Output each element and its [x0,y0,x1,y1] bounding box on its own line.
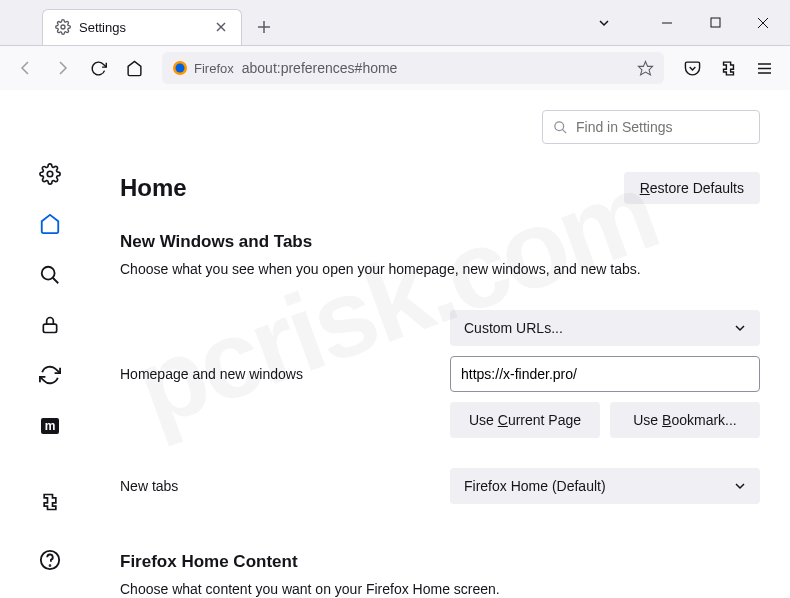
chevron-down-icon [734,322,746,334]
identity-label: Firefox [194,61,234,76]
maximize-button[interactable] [692,3,738,43]
use-bookmark-button[interactable]: Use Bookmark... [610,402,760,438]
newtabs-select-value: Firefox Home (Default) [464,478,606,494]
sidebar-sync[interactable] [32,361,68,389]
section-windows-tabs-desc: Choose what you see when you open your h… [120,260,760,280]
svg-point-15 [47,171,53,177]
sidebar-help[interactable] [32,542,68,578]
svg-point-23 [555,121,564,130]
restore-defaults-button[interactable]: Restore Defaults [624,172,760,204]
forward-button[interactable] [46,52,78,84]
sidebar-home[interactable] [32,210,68,238]
sidebar: m [0,90,100,598]
svg-rect-18 [43,324,56,332]
svg-text:m: m [45,419,56,433]
section-home-content-title: Firefox Home Content [120,552,760,572]
identity-box[interactable]: Firefox [172,60,234,76]
svg-line-24 [562,129,566,133]
chevron-down-icon [734,480,746,492]
sidebar-general[interactable] [32,160,68,188]
sidebar-privacy[interactable] [32,311,68,339]
menu-button[interactable] [748,52,780,84]
section-home-content-desc: Choose what content you want on your Fir… [120,580,760,598]
main-content: Home Restore Defaults New Windows and Ta… [100,90,790,598]
page-title: Home [120,174,187,202]
svg-point-10 [176,64,185,73]
titlebar: Settings [0,0,790,46]
url-text: about:preferences#home [242,60,629,76]
sidebar-search[interactable] [32,261,68,289]
tab-dropdown-button[interactable] [584,16,624,30]
url-bar[interactable]: Firefox about:preferences#home [162,52,664,84]
tab-title: Settings [79,20,205,35]
homepage-label: Homepage and new windows [120,366,450,382]
minimize-button[interactable] [644,3,690,43]
back-button[interactable] [10,52,42,84]
settings-search[interactable] [542,110,760,144]
toolbar: Firefox about:preferences#home [0,46,790,90]
homepage-select-value: Custom URLs... [464,320,563,336]
svg-point-0 [61,25,65,29]
svg-marker-11 [638,61,652,74]
gear-icon [55,19,71,35]
browser-tab[interactable]: Settings [42,9,242,45]
homepage-select[interactable]: Custom URLs... [450,310,760,346]
close-window-button[interactable] [740,3,786,43]
reload-button[interactable] [82,52,114,84]
section-windows-tabs-title: New Windows and Tabs [120,232,760,252]
use-current-page-button[interactable]: Use Current Page [450,402,600,438]
search-icon [553,120,568,135]
svg-point-22 [50,565,51,566]
close-tab-button[interactable] [213,19,229,35]
newtabs-select[interactable]: Firefox Home (Default) [450,468,760,504]
home-button[interactable] [118,52,150,84]
settings-search-input[interactable] [576,119,751,135]
bookmark-star-button[interactable] [637,60,654,77]
new-tab-button[interactable] [250,13,278,41]
pocket-button[interactable] [676,52,708,84]
svg-point-16 [42,267,55,280]
extensions-button[interactable] [712,52,744,84]
firefox-icon [172,60,188,76]
newtabs-label: New tabs [120,478,450,494]
homepage-url-input[interactable] [450,356,760,392]
sidebar-more[interactable]: m [32,412,68,440]
svg-line-17 [53,278,59,284]
svg-rect-6 [711,18,720,27]
sidebar-extensions[interactable] [32,484,68,520]
